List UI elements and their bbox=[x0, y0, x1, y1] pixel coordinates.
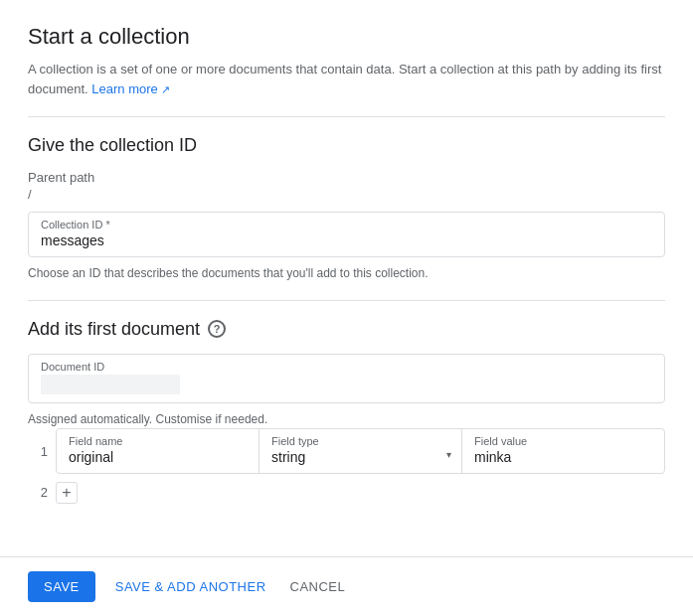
field-row-1: 1 Field name Field type string number bo… bbox=[28, 428, 665, 474]
section2-title: Add its first document bbox=[28, 319, 200, 340]
learn-more-link[interactable]: Learn more bbox=[91, 81, 170, 96]
section-divider-1 bbox=[28, 116, 665, 117]
section2-title-row: Add its first document ? bbox=[28, 319, 665, 340]
page-container: Start a collection A collection is a set… bbox=[0, 0, 693, 616]
field-value-input[interactable] bbox=[474, 449, 652, 465]
field-row-number-1: 1 bbox=[28, 428, 56, 459]
parent-path-label: Parent path bbox=[28, 170, 665, 185]
document-id-input[interactable] bbox=[184, 377, 652, 392]
footer: SAVE SAVE & ADD ANOTHER CANCEL bbox=[0, 556, 693, 616]
collection-id-hint: Choose an ID that describes the document… bbox=[28, 265, 665, 282]
document-id-hint: Assigned automatically. Customise if nee… bbox=[28, 411, 665, 428]
field-name-input[interactable] bbox=[69, 449, 247, 465]
document-id-label: Document ID bbox=[41, 361, 652, 373]
field-inputs-row-1: Field name Field type string number bool… bbox=[56, 428, 665, 474]
collection-id-label: Collection ID bbox=[41, 219, 652, 231]
page-title: Start a collection bbox=[28, 24, 665, 50]
field-name-label: Field name bbox=[69, 435, 247, 447]
parent-path-value: / bbox=[28, 187, 665, 202]
document-id-auto bbox=[41, 375, 180, 394]
field-type-select[interactable]: string number boolean map array null tim… bbox=[271, 449, 449, 465]
add-row-container: 2 + bbox=[28, 482, 665, 504]
content-area: Start a collection A collection is a set… bbox=[0, 0, 693, 556]
save-add-another-button[interactable]: SAVE & ADD ANOTHER bbox=[111, 571, 270, 602]
document-id-field: Document ID bbox=[28, 354, 665, 403]
add-field-button[interactable]: + bbox=[56, 482, 78, 504]
page-description: A collection is a set of one or more doc… bbox=[28, 60, 665, 98]
collection-id-input[interactable] bbox=[41, 232, 652, 248]
section1-title: Give the collection ID bbox=[28, 135, 665, 156]
section-divider-2 bbox=[28, 300, 665, 301]
field-name-box: Field name bbox=[57, 429, 260, 473]
save-button[interactable]: SAVE bbox=[28, 571, 95, 602]
help-icon[interactable]: ? bbox=[208, 320, 226, 338]
field-value-box: Field value bbox=[462, 429, 664, 473]
field-value-label: Field value bbox=[474, 435, 652, 447]
field-row-number-2: 2 bbox=[28, 485, 56, 500]
field-type-label: Field type bbox=[271, 435, 449, 447]
cancel-button[interactable]: CANCEL bbox=[286, 571, 350, 602]
field-type-box: Field type string number boolean map arr… bbox=[260, 429, 462, 473]
collection-id-field: Collection ID bbox=[28, 212, 665, 257]
